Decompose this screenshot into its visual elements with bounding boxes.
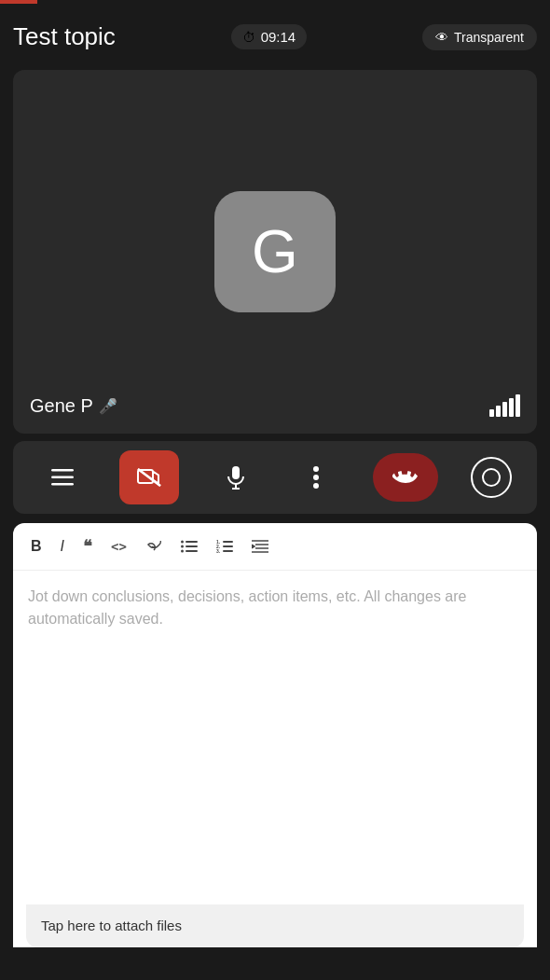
more-vertical-icon bbox=[313, 466, 319, 489]
controls-bar bbox=[13, 441, 537, 514]
notes-editor[interactable]: Jot down conclusions, decisions, action … bbox=[13, 571, 537, 757]
signal-bar-4 bbox=[509, 398, 514, 417]
signal-bar-1 bbox=[489, 409, 494, 417]
svg-rect-1 bbox=[51, 476, 74, 479]
svg-point-8 bbox=[313, 475, 319, 480]
attach-files-label: Tap here to attach files bbox=[41, 918, 182, 933]
svg-point-14 bbox=[181, 550, 184, 553]
code-button[interactable]: <> bbox=[108, 537, 130, 556]
attach-files-bar[interactable]: Tap here to attach files bbox=[26, 904, 524, 947]
microphone-button[interactable] bbox=[212, 453, 260, 502]
camera-toggle-button[interactable] bbox=[119, 450, 179, 504]
editor-toolbar: B I ❝ <> 1. 2. bbox=[13, 523, 537, 571]
hangup-button[interactable] bbox=[373, 453, 438, 502]
svg-rect-2 bbox=[51, 483, 74, 486]
bullet-list-button[interactable] bbox=[178, 538, 200, 555]
svg-rect-21 bbox=[223, 550, 233, 552]
time-text: 09:14 bbox=[261, 29, 296, 45]
indent-button[interactable] bbox=[249, 538, 271, 555]
signal-bar-3 bbox=[502, 402, 507, 417]
participant-name-text: Gene P bbox=[30, 395, 93, 417]
mic-indicator-icon: 🎤 bbox=[99, 397, 117, 415]
svg-rect-11 bbox=[186, 541, 198, 543]
notes-placeholder: Jot down conclusions, decisions, action … bbox=[28, 586, 522, 630]
svg-point-9 bbox=[313, 483, 319, 489]
top-bar: Test topic ⏱ 09:14 👁 Transparent bbox=[0, 0, 550, 70]
record-inner-icon bbox=[482, 468, 501, 487]
svg-rect-19 bbox=[223, 545, 233, 547]
svg-rect-17 bbox=[223, 541, 233, 543]
svg-rect-4 bbox=[232, 466, 240, 479]
accent-bar bbox=[0, 0, 37, 4]
bold-button[interactable]: B bbox=[28, 536, 45, 557]
avatar: G bbox=[214, 191, 336, 312]
page-title: Test topic bbox=[13, 22, 116, 51]
signal-bar-5 bbox=[516, 394, 520, 417]
eye-icon: 👁 bbox=[435, 30, 448, 45]
numbered-list-button[interactable]: 1. 2. 3. bbox=[213, 538, 236, 555]
avatar-container: G bbox=[214, 191, 336, 312]
quote-button[interactable]: ❝ bbox=[80, 534, 95, 559]
transparent-button[interactable]: 👁 Transparent bbox=[422, 24, 537, 50]
svg-point-12 bbox=[181, 545, 184, 548]
record-button[interactable] bbox=[471, 457, 512, 498]
timer-display: ⏱ 09:14 bbox=[231, 24, 308, 49]
video-area: G Gene P 🎤 bbox=[13, 70, 537, 434]
avatar-letter: G bbox=[252, 217, 298, 286]
svg-point-10 bbox=[181, 541, 184, 544]
menu-button[interactable] bbox=[38, 453, 87, 502]
signal-strength-icon bbox=[489, 394, 520, 417]
signal-bar-2 bbox=[496, 406, 501, 417]
participant-name: Gene P 🎤 bbox=[30, 395, 117, 417]
camera-off-icon bbox=[136, 467, 162, 488]
transparent-label: Transparent bbox=[454, 30, 524, 45]
svg-rect-15 bbox=[186, 550, 198, 552]
notes-panel: B I ❝ <> 1. 2. bbox=[13, 523, 537, 947]
svg-rect-13 bbox=[186, 545, 198, 547]
svg-text:3.: 3. bbox=[216, 548, 221, 553]
hamburger-icon bbox=[51, 469, 74, 486]
more-options-button[interactable] bbox=[292, 453, 340, 502]
microphone-icon bbox=[227, 465, 245, 490]
hangup-icon bbox=[392, 469, 419, 486]
link-button[interactable] bbox=[143, 539, 165, 554]
svg-rect-0 bbox=[51, 469, 74, 472]
clock-icon: ⏱ bbox=[242, 30, 255, 45]
italic-button[interactable]: I bbox=[58, 536, 67, 557]
svg-point-7 bbox=[313, 466, 319, 472]
